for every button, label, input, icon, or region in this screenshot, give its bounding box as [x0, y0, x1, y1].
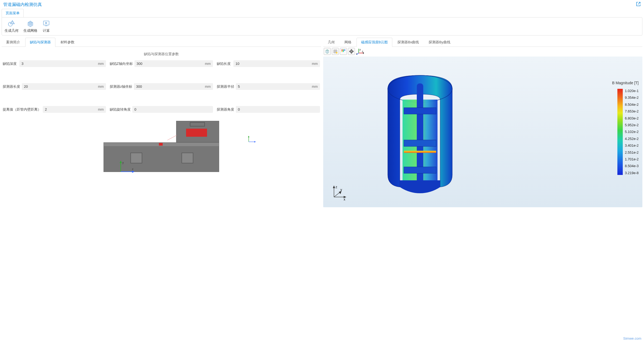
- svg-text:y: y: [340, 188, 342, 192]
- pan-icon[interactable]: [348, 48, 355, 55]
- page-menu-tab[interactable]: 页面菜单: [2, 9, 24, 17]
- tab-b-cloud[interactable]: 磁感应强度B云图: [357, 38, 393, 47]
- svg-text:y: y: [360, 48, 361, 51]
- defect-z-label: 缺陷Z轴向坐标: [110, 61, 133, 66]
- compute-button[interactable]: 计算: [42, 20, 50, 33]
- generate-mesh-label: 生成网格: [23, 28, 37, 33]
- visualization-canvas[interactable]: B Magnitude [T] 1.020e-19.354e-28.504e-2…: [323, 57, 643, 207]
- legend-title: B Magnitude [T]: [612, 81, 639, 85]
- legend-tick: 6.803e-2: [625, 116, 639, 120]
- detector-angle-input[interactable]: [238, 107, 318, 111]
- svg-text:x: x: [356, 52, 357, 55]
- defect-length-label: 缺陷长度: [217, 61, 232, 66]
- svg-marker-48: [363, 52, 364, 54]
- generate-geometry-label: 生成几何: [5, 28, 19, 33]
- main-toolbar: 生成几何 生成网格 计算: [2, 17, 642, 36]
- legend-tick: 1.020e-1: [625, 89, 639, 93]
- svg-marker-40: [349, 51, 350, 52]
- left-panel: 案例简介 缺陷与探测器 材料参数 缺陷与探测器位置参数 缺陷深度 mm 缺陷Z轴…: [2, 38, 321, 207]
- tab-material-params[interactable]: 材料参数: [56, 38, 79, 47]
- unit-mm: mm: [98, 85, 104, 89]
- axis-triad-3d: z x y: [329, 185, 347, 202]
- page-title: 管道漏磁内检测仿真: [3, 2, 42, 8]
- section-title: 缺陷与探测器位置参数: [2, 47, 321, 60]
- svg-rect-53: [404, 140, 436, 146]
- defect-angle-label: 缺陷旋转角度: [110, 107, 131, 112]
- detector-z-label: 探测器z轴坐标: [110, 84, 133, 89]
- svg-text:z: z: [132, 168, 133, 171]
- unit-mm: mm: [98, 107, 104, 111]
- svg-marker-14: [254, 141, 256, 143]
- svg-rect-32: [343, 50, 344, 51]
- svg-point-30: [336, 52, 337, 54]
- defect-angle-input[interactable]: [134, 107, 211, 111]
- detector-radius-input[interactable]: [238, 85, 310, 89]
- legend-tick: 1.701e-2: [625, 157, 639, 161]
- defect-z-input[interactable]: [137, 62, 203, 66]
- detector-z-input[interactable]: [136, 85, 203, 89]
- grid-icon[interactable]: [332, 48, 339, 55]
- tab-defect-detector[interactable]: 缺陷与探测器: [25, 38, 55, 47]
- svg-marker-57: [333, 185, 335, 188]
- model-render: [377, 67, 463, 196]
- tab-mesh[interactable]: 网格: [340, 38, 356, 47]
- color-legend: 1.020e-19.354e-28.504e-27.653e-26.803e-2…: [617, 89, 639, 175]
- generate-mesh-button[interactable]: 生成网格: [23, 20, 37, 33]
- legend-tick: 4.252e-2: [625, 137, 639, 141]
- palette-icon[interactable]: [340, 48, 347, 55]
- tab-detector-bx[interactable]: 探测器Bx曲线: [393, 38, 424, 47]
- legend-tick: 3.219e-8: [625, 171, 639, 175]
- defect-depth-label: 缺陷深度: [3, 61, 18, 66]
- svg-marker-16: [120, 160, 122, 163]
- svg-rect-31: [341, 50, 343, 51]
- right-tabs: 几何 网格 磁感应强度B云图 探测器Bx曲线 探测器By曲线: [323, 38, 643, 47]
- unit-mm: mm: [312, 62, 318, 66]
- svg-rect-33: [344, 50, 345, 51]
- legend-tick: 9.354e-2: [625, 96, 639, 100]
- legend-tick: 5.102e-2: [625, 130, 639, 134]
- right-panel: 几何 网格 磁感应强度B云图 探测器Bx曲线 探测器By曲线 yzx: [323, 38, 643, 207]
- view-cube-icon[interactable]: [324, 48, 331, 55]
- legend-tick: 2.551e-2: [625, 150, 639, 154]
- left-tabs: 案例简介 缺陷与探测器 材料参数: [2, 38, 321, 47]
- svg-marker-19: [132, 171, 135, 173]
- svg-rect-35: [343, 51, 344, 52]
- svg-marker-9: [45, 22, 48, 24]
- svg-rect-55: [404, 167, 436, 173]
- svg-rect-34: [341, 51, 343, 52]
- liftoff-input[interactable]: [45, 107, 96, 111]
- svg-rect-52: [404, 108, 436, 114]
- tab-case-intro[interactable]: 案例简介: [2, 38, 25, 47]
- detector-angle-label: 探测器角度: [217, 107, 234, 112]
- axis-triad-icon[interactable]: yzx: [356, 48, 364, 55]
- detector-length-label: 探测器长度: [3, 84, 20, 89]
- legend-tick: 3.401e-2: [625, 143, 639, 147]
- svg-marker-12: [248, 136, 250, 137]
- svg-marker-39: [351, 52, 352, 54]
- svg-marker-41: [353, 51, 354, 52]
- liftoff-label: 提离值（距管内壁距离）: [3, 107, 41, 112]
- tab-detector-by[interactable]: 探测器By曲线: [424, 38, 455, 47]
- defect-length-input[interactable]: [236, 62, 310, 66]
- parameter-diagram: yz: [104, 121, 219, 177]
- compute-label: 计算: [43, 28, 50, 33]
- external-link-icon[interactable]: [636, 2, 641, 8]
- unit-mm: mm: [98, 62, 104, 66]
- svg-rect-54: [404, 151, 436, 153]
- legend-tick: 7.653e-2: [625, 109, 639, 113]
- svg-text:x: x: [344, 198, 345, 201]
- legend-tick: 8.504e-3: [625, 164, 639, 168]
- generate-geometry-button[interactable]: 生成几何: [5, 20, 19, 33]
- svg-text:z: z: [336, 185, 337, 189]
- detector-radius-label: 探测器半径: [217, 84, 234, 89]
- visualization-toolbar: yzx: [323, 47, 643, 56]
- legend-bar: [617, 89, 623, 175]
- defect-depth-input[interactable]: [22, 62, 96, 66]
- legend-tick: 8.504e-2: [625, 103, 639, 107]
- detector-length-input[interactable]: [24, 85, 96, 89]
- unit-mm: mm: [205, 85, 211, 89]
- svg-marker-38: [351, 49, 352, 50]
- legend-tick: 5.952e-2: [625, 123, 639, 127]
- tab-geometry[interactable]: 几何: [323, 38, 339, 47]
- unit-mm: mm: [205, 62, 211, 66]
